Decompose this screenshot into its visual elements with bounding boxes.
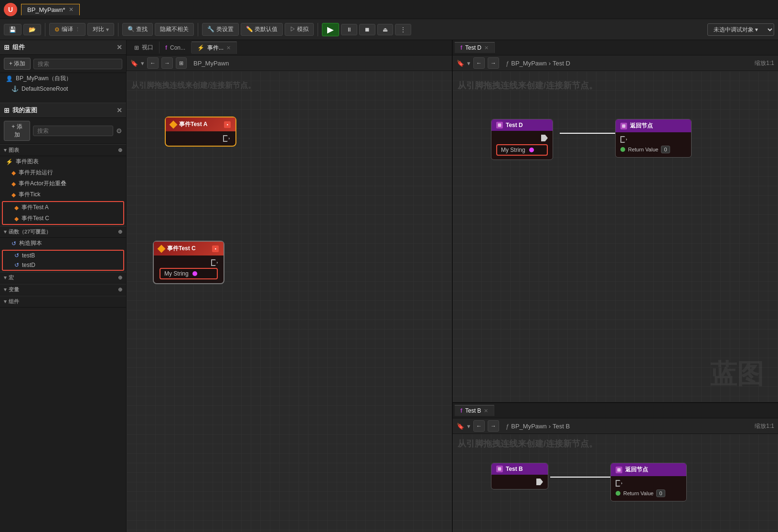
dropdown-icon-right[interactable]: ▾ (467, 60, 470, 67)
tab-viewport[interactable]: ⊞ 视口 (128, 42, 160, 53)
dropdown-icon-left[interactable]: ▾ (141, 60, 144, 67)
toolbar-sep-4 (318, 23, 318, 36)
event-test-c-item[interactable]: ◆ 事件Test C (3, 213, 123, 224)
event-test-a-item[interactable]: ◆ 事件Test A (3, 202, 123, 213)
test-d-func-icon: ⊞ (496, 122, 503, 128)
variables-section[interactable]: ▾ 变量 ⊕ (0, 284, 126, 296)
event-a-close[interactable]: ▪ (224, 121, 231, 128)
return-value-label-b: Return Value (623, 490, 653, 496)
viewport-icon: ⊞ (134, 44, 139, 51)
left-canvas-hint: 从引脚拖拽连线来创建/连接新节点。 (131, 81, 256, 91)
test-b-node[interactable]: ⊞ Test B (491, 463, 548, 489)
right-bottom-canvas[interactable]: 从引脚拖拽连线来创建/连接新节点。 ⊞ Test B (453, 434, 778, 532)
tab-test-b[interactable]: f Test B ✕ (455, 405, 494, 416)
back-button-right[interactable]: ← (473, 57, 485, 69)
dropdown-icon-bottom[interactable]: ▾ (467, 423, 470, 430)
stop-button[interactable]: ⏹ (359, 24, 375, 35)
functions-section[interactable]: ▾ 函数（27可覆盖） ⊕ (0, 226, 126, 238)
tab-event-graph[interactable]: ⚡ 事件... ✕ (192, 42, 237, 54)
tab-test-d[interactable]: f Test D ✕ (455, 42, 495, 53)
variables-add-icon[interactable]: ⊕ (118, 287, 122, 293)
event-a-exec-out[interactable] (223, 135, 230, 142)
blueprint-settings-icon[interactable]: ⚙ (116, 127, 122, 135)
macros-add-icon[interactable]: ⊕ (118, 275, 122, 281)
event-test-c-header: 事件Test C ▪ (154, 242, 224, 255)
components-add-button[interactable]: + 添加 (4, 58, 31, 70)
forward-button-bottom[interactable]: → (488, 420, 499, 432)
pause-button[interactable]: ⏸ (341, 24, 357, 35)
class-defaults-button[interactable]: ✏️ 类默认值 (241, 23, 283, 36)
event-start-item[interactable]: ◆ 事件开始运行 (0, 167, 126, 178)
return-value-pin-d[interactable] (620, 147, 625, 152)
component-item-defaultsceneroot[interactable]: ⚓ DefaultSceneRoot (0, 84, 126, 94)
construct-script-item[interactable]: ↺ 构造脚本 (0, 238, 126, 249)
find-button[interactable]: 🔍 查找 (122, 23, 153, 36)
more-button[interactable]: ⋮ (395, 24, 411, 35)
right-area: f Test D ✕ 🔖 ▾ ← → ƒ BP_MyPawn › Test (453, 40, 778, 532)
event-graph-tab-close[interactable]: ✕ (226, 45, 231, 51)
return-node-b[interactable]: ⊞ 返回节点 Return Value 0 (610, 463, 687, 501)
macros-section[interactable]: ▾ 宏 ⊕ (0, 272, 126, 284)
forward-button-right[interactable]: → (488, 57, 499, 69)
graphs-section[interactable]: ▾ 图表 ⊕ (0, 144, 126, 156)
blueprint-close[interactable]: ✕ (117, 106, 122, 114)
return-value-badge-d: 0 (661, 146, 670, 153)
my-string-pin-d[interactable]: My String (496, 144, 548, 156)
test-b-exec-out[interactable] (536, 479, 543, 485)
toolbar-right: 未选中调试对象 ▾ (707, 23, 774, 36)
forward-button-left[interactable]: → (161, 57, 173, 69)
construct-icon: ↺ (11, 240, 16, 247)
eject-button[interactable]: ⏏ (377, 24, 393, 35)
simulate-button[interactable]: ▷ 模拟 (285, 23, 314, 36)
string-pin-icon-d[interactable] (529, 148, 534, 152)
left-canvas[interactable]: 从引脚拖拽连线来创建/连接新节点。 事件Test A ▪ (127, 71, 452, 532)
components2-section[interactable]: ▾ 组件 (0, 296, 126, 308)
event-c-exec-out[interactable] (211, 259, 218, 266)
browse-button[interactable]: 📂 (23, 24, 41, 35)
components-close[interactable]: ✕ (117, 43, 122, 51)
tab-construction[interactable]: f Con... (160, 43, 192, 53)
title-tab[interactable]: BP_MyPawn* ✕ (21, 4, 80, 15)
my-string-pin-c[interactable]: My String (160, 268, 218, 279)
event-actor-overlap-item[interactable]: ◆ 事件Actor开始重叠 (0, 178, 126, 189)
debug-select[interactable]: 未选中调试对象 ▾ (707, 23, 774, 36)
return-value-pin-b[interactable] (616, 491, 620, 496)
component-item-bp-mypawn[interactable]: 👤 BP_MyPawn（自我） (0, 73, 126, 84)
play-button[interactable]: ▶ (322, 23, 339, 36)
test-d-exec-out[interactable] (541, 135, 548, 141)
component-person-icon: 👤 (6, 75, 13, 82)
right-top-canvas[interactable]: 从引脚拖拽连线来创建/连接新节点。 蓝图 ⊞ Test D (453, 71, 778, 402)
testd-icon: ↺ (14, 262, 19, 268)
blueprint-search-input[interactable] (33, 126, 113, 136)
test-d-node[interactable]: ⊞ Test D My String (491, 119, 553, 160)
focus-button-left[interactable]: ⊞ (176, 57, 187, 69)
string-pin-icon-c[interactable] (192, 271, 197, 276)
save-button[interactable]: 💾 (4, 24, 21, 35)
compile-button[interactable]: ⚙ 编译 ⋮ (49, 23, 85, 36)
diff-button[interactable]: 对比 ▾ (87, 23, 114, 36)
event-c-close[interactable]: ▪ (212, 245, 219, 252)
blueprint-panel-header: ⊞ 我的蓝图 ✕ (0, 103, 126, 118)
components-search-input[interactable] (33, 59, 122, 69)
left-canvas-tabs: ⊞ 视口 f Con... ⚡ 事件... ✕ (127, 40, 452, 55)
event-graph-item[interactable]: ⚡ 事件图表 (0, 156, 126, 167)
title-tab-close[interactable]: ✕ (69, 6, 74, 13)
testd-item[interactable]: ↺ testD (3, 260, 123, 270)
return-node-d-exec-in[interactable] (620, 136, 627, 143)
hide-button[interactable]: 隐藏不相关 (155, 23, 194, 36)
testb-item[interactable]: ↺ testB (3, 251, 123, 260)
event-test-a-node[interactable]: 事件Test A ▪ (165, 117, 236, 147)
blueprint-add-button[interactable]: + 添加 (4, 121, 30, 141)
back-button-left[interactable]: ← (147, 57, 159, 69)
testb-tab-close[interactable]: ✕ (484, 408, 488, 414)
testd-tab-close[interactable]: ✕ (484, 45, 489, 51)
class-settings-button[interactable]: 🔧 类设置 (202, 23, 238, 36)
event-tick-item[interactable]: ◆ 事件Tick (0, 189, 126, 200)
functions-add-icon[interactable]: ⊕ (118, 229, 122, 235)
return-node-b-exec-in[interactable] (616, 480, 622, 487)
event-test-c-node[interactable]: 事件Test C ▪ My String (153, 241, 224, 284)
return-node-d[interactable]: ⊞ 返回节点 Return Value 0 (615, 119, 692, 158)
back-button-bottom[interactable]: ← (473, 420, 485, 432)
right-top-tabs: f Test D ✕ (453, 40, 778, 55)
graphs-add-icon[interactable]: ⊕ (118, 147, 122, 153)
